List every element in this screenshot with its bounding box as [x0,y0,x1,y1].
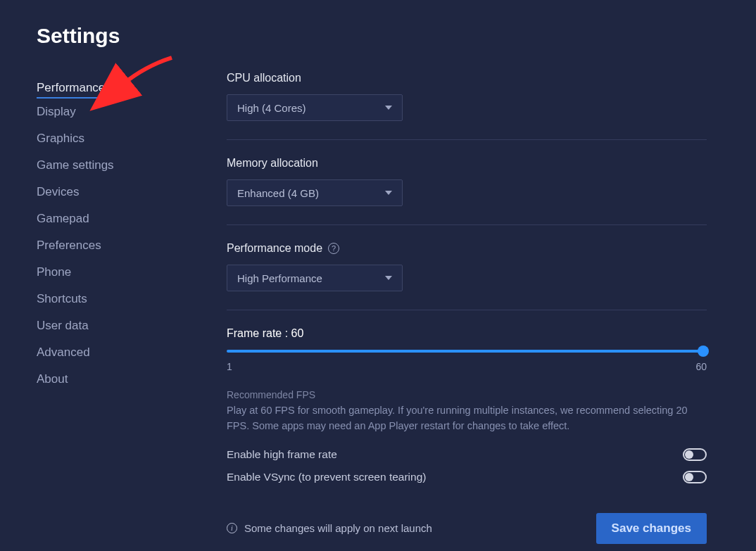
frame-rate-label: Frame rate : 60 [227,327,707,340]
memory-allocation-dropdown[interactable]: Enhanced (4 GB) [227,179,403,206]
recommended-fps-text: Play at 60 FPS for smooth gameplay. If y… [227,403,707,434]
vsync-toggle[interactable] [683,471,707,483]
vsync-label: Enable VSync (to prevent screen tearing) [227,471,426,483]
chevron-down-icon [385,106,392,110]
chevron-down-icon [385,191,392,195]
chevron-down-icon [385,276,392,280]
sidebar-item-performance[interactable]: Performance [37,75,105,99]
recommended-fps-title: Recommended FPS [227,389,707,400]
high-frame-rate-label: Enable high frame rate [227,448,337,461]
memory-allocation-value: Enhanced (4 GB) [237,187,319,199]
frame-rate-slider-thumb[interactable] [698,346,709,357]
sidebar-item-phone[interactable]: Phone [37,259,227,286]
frame-rate-scale: 1 60 [227,361,707,372]
sidebar-item-preferences[interactable]: Preferences [37,232,227,259]
sidebar-item-devices[interactable]: Devices [37,179,227,205]
help-icon[interactable]: ? [328,243,339,254]
divider [227,224,707,225]
sidebar-item-display[interactable]: Display [37,99,227,125]
performance-mode-value: High Performance [237,272,322,284]
sidebar-item-user-data[interactable]: User data [37,312,227,339]
settings-main: CPU allocation High (4 Cores) Memory all… [227,72,719,551]
divider [227,310,707,310]
sidebar-item-game-settings[interactable]: Game settings [37,152,227,179]
sidebar-item-shortcuts[interactable]: Shortcuts [37,286,227,312]
frame-rate-slider[interactable] [227,350,707,353]
save-changes-button[interactable]: Save changes [596,513,707,544]
high-frame-rate-toggle[interactable] [683,448,707,461]
memory-allocation-label: Memory allocation [227,157,707,170]
cpu-allocation-dropdown[interactable]: High (4 Cores) [227,94,403,121]
sidebar-item-advanced[interactable]: Advanced [37,339,227,366]
divider [227,139,707,140]
cpu-allocation-label: CPU allocation [227,72,707,84]
sidebar-item-about[interactable]: About [37,366,227,393]
performance-mode-dropdown[interactable]: High Performance [227,265,403,291]
frame-rate-max: 60 [695,361,707,372]
info-icon: i [227,523,237,533]
page-title: Settings [37,24,719,48]
sidebar-item-graphics[interactable]: Graphics [37,125,227,152]
sidebar-item-gamepad[interactable]: Gamepad [37,205,227,232]
restart-note: i Some changes will apply on next launch [227,522,432,534]
settings-sidebar: Performance Display Graphics Game settin… [37,72,227,551]
performance-mode-label: Performance mode ? [227,242,707,255]
frame-rate-min: 1 [227,361,232,372]
cpu-allocation-value: High (4 Cores) [237,102,306,114]
